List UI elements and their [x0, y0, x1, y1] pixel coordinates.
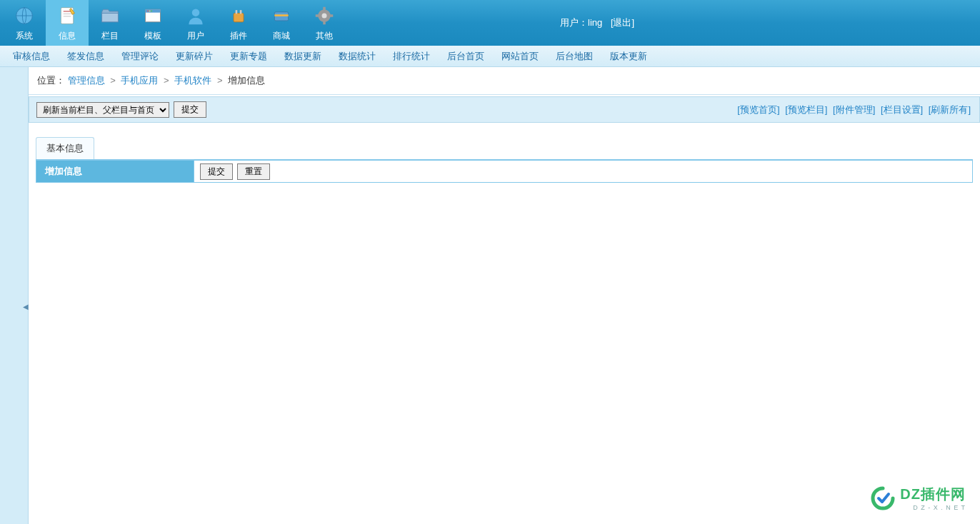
svg-rect-21: [316, 14, 319, 17]
subnav-item[interactable]: 后台首页: [439, 50, 493, 63]
nav-label: 系统: [16, 30, 33, 42]
subnav-item[interactable]: 更新碎片: [167, 50, 221, 63]
svg-point-11: [192, 9, 200, 16]
globe-icon: [13, 4, 36, 27]
svg-rect-5: [102, 13, 119, 21]
nav-label: 用户: [187, 30, 204, 42]
nav-user[interactable]: 用户: [174, 0, 217, 46]
subnav-item[interactable]: 数据统计: [330, 50, 384, 63]
preview-column-link[interactable]: [预览栏目]: [785, 104, 827, 115]
svg-rect-12: [234, 13, 244, 21]
form-title: 增加信息: [36, 165, 194, 178]
column-settings-link[interactable]: [栏目设置]: [881, 104, 923, 115]
svg-rect-13: [236, 10, 238, 14]
nav-label: 商城: [273, 30, 290, 42]
svg-rect-20: [323, 21, 326, 24]
refresh-all-link[interactable]: [刷新所有]: [929, 104, 971, 115]
submit-button[interactable]: 提交: [174, 101, 206, 118]
subnav-item[interactable]: 管理评论: [113, 50, 167, 63]
nav-shop[interactable]: 商城: [260, 0, 303, 46]
form-submit-button[interactable]: 提交: [200, 163, 233, 180]
user-info: 用户：ling [退出]: [560, 16, 634, 29]
nav-label: 栏目: [101, 30, 119, 42]
logout-link[interactable]: [退出]: [611, 17, 634, 28]
subnav-item[interactable]: 更新专题: [221, 50, 276, 63]
nav-other[interactable]: 其他: [303, 0, 346, 46]
nav-label: 其他: [316, 30, 333, 42]
form-reset-button[interactable]: 重置: [237, 163, 270, 180]
refresh-scope-select[interactable]: 刷新当前栏目、父栏目与首页: [36, 102, 169, 118]
breadcrumb: 位置： 管理信息 > 手机应用 > 手机软件 > 增加信息: [29, 67, 980, 95]
svg-point-18: [322, 13, 327, 18]
left-sidebar: ◀: [0, 67, 29, 524]
breadcrumb-link[interactable]: 管理信息: [68, 75, 105, 86]
nav-label: 模板: [144, 30, 161, 42]
svg-point-9: [149, 10, 151, 11]
watermark-text: DZ插件网: [900, 485, 966, 504]
subnav-item[interactable]: 排行统计: [384, 50, 439, 63]
nav-plugin[interactable]: 插件: [217, 0, 260, 46]
nav-info[interactable]: 信息: [46, 0, 89, 46]
nav-system[interactable]: 系统: [3, 0, 46, 46]
sub-nav: 审核信息 签发信息 管理评论 更新碎片 更新专题 数据更新 数据统计 排行统计 …: [0, 46, 980, 67]
subnav-item[interactable]: 审核信息: [4, 50, 59, 63]
shop-icon: [270, 4, 293, 27]
svg-rect-16: [274, 14, 288, 16]
user-label: 用户：: [560, 17, 588, 28]
subnav-item[interactable]: 签发信息: [59, 50, 113, 63]
document-icon: [56, 4, 79, 27]
breadcrumb-link[interactable]: 手机应用: [121, 75, 158, 86]
breadcrumb-sep: >: [217, 75, 223, 86]
attachment-link[interactable]: [附件管理]: [833, 104, 875, 115]
breadcrumb-sep: >: [164, 75, 169, 86]
top-nav: 系统 信息 栏目 模板 用户 插件 商城 其他 用户：ling [退出]: [0, 0, 980, 46]
nav-label: 插件: [230, 30, 247, 42]
svg-point-8: [147, 10, 149, 11]
subnav-item[interactable]: 数据更新: [276, 50, 330, 63]
user-icon: [184, 4, 207, 27]
breadcrumb-current: 增加信息: [228, 75, 265, 86]
watermark: DZ插件网 D Z - X . N E T: [870, 485, 966, 511]
form-table: 增加信息 提交 重置: [36, 161, 973, 183]
breadcrumb-sep: >: [110, 75, 116, 86]
subnav-item[interactable]: 后台地图: [547, 50, 601, 63]
user-name: ling: [588, 17, 602, 28]
nav-label: 信息: [59, 30, 76, 42]
action-bar: 刷新当前栏目、父栏目与首页 提交 [预览首页] [预览栏目] [附件管理] [栏…: [29, 96, 980, 123]
breadcrumb-link[interactable]: 手机软件: [174, 75, 211, 86]
svg-rect-22: [330, 14, 333, 17]
gear-icon: [313, 4, 336, 27]
watermark-icon: [870, 485, 896, 511]
tab-basic-info[interactable]: 基本信息: [36, 137, 94, 159]
watermark-sub: D Z - X . N E T: [900, 504, 966, 511]
folder-icon: [99, 4, 121, 27]
subnav-item[interactable]: 版本更新: [601, 50, 656, 63]
plugin-icon: [227, 4, 250, 27]
nav-template[interactable]: 模板: [131, 0, 174, 46]
breadcrumb-prefix: 位置：: [37, 75, 65, 86]
svg-point-10: [151, 10, 152, 11]
tabs: 基本信息: [36, 137, 973, 161]
svg-rect-14: [240, 10, 242, 14]
nav-column[interactable]: 栏目: [89, 0, 131, 46]
window-icon: [141, 4, 164, 27]
svg-rect-19: [323, 6, 326, 9]
subnav-item[interactable]: 网站首页: [493, 50, 547, 63]
preview-home-link[interactable]: [预览首页]: [737, 104, 779, 115]
collapse-handle-icon[interactable]: ◀: [23, 303, 29, 317]
